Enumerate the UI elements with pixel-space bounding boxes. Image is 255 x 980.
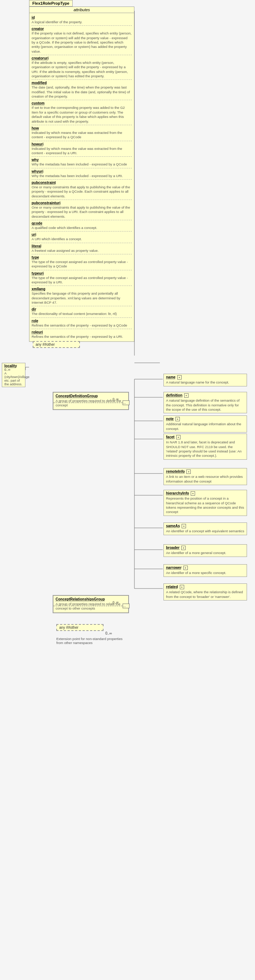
attr-separator <box>32 100 132 100</box>
attr-item-uri: uri A URI which identifies a concept. <box>32 232 132 241</box>
attr-item-how: how Indicated by which means the value w… <box>32 126 132 140</box>
attr-item-pubconstrainturi: pubconstrainturi One or many constraints… <box>32 201 132 219</box>
attr-item-id: id A logical identifier of the property. <box>32 16 132 24</box>
right-box-icon-sameAs: + <box>182 524 186 528</box>
right-box-title-broader: broader <box>166 546 179 550</box>
attr-name-literal: literal <box>32 244 41 248</box>
attr-separator <box>32 220 132 220</box>
attr-name-creatoruri: creatoruri <box>32 56 49 60</box>
concept-rel-group-desc: A group of properties required to relate… <box>56 602 126 611</box>
attr-name-pubconstrainturi: pubconstrainturi <box>32 201 60 205</box>
attr-desc-type: The type of the concept assigned as cont… <box>32 260 132 269</box>
attr-desc-uri: A URI which identifies a concept. <box>32 237 132 241</box>
right-box-sameAs: sameAs + An identifier of a concept with… <box>163 522 247 535</box>
attr-name-creator: creator <box>32 27 44 31</box>
right-box-remoteInfo: remoteInfo + A link to an item or a web … <box>163 468 247 485</box>
attr-desc-whyuri: Why the metadata has been included - exp… <box>32 174 132 178</box>
attr-item-qcode: qcode A qualified code which identifies … <box>32 221 132 230</box>
attr-item-creatoruri: creatoruri If the attribute is empty, sp… <box>32 56 132 78</box>
right-box-icon-remoteInfo: + <box>186 469 191 474</box>
attr-separator <box>32 329 132 329</box>
right-box-desc-hierarchyInfo: Represents the position of a concept in … <box>166 496 244 514</box>
diagram-container: Flex1RolePropType attributes id A logica… <box>0 0 255 980</box>
attr-desc-literal: A freetext value assigned as property va… <box>32 248 132 253</box>
right-box-icon-related: + <box>180 585 184 589</box>
locality-box: locality 0..∞ A (city/town)/village etc.… <box>2 363 26 387</box>
attr-separator <box>32 179 132 180</box>
right-box-title-name: name <box>166 375 175 379</box>
any-other-bottom-label: any ##other <box>59 625 78 630</box>
attr-desc-id: A logical identifier of the property. <box>32 20 132 24</box>
right-box-facet: facet + In NAR 1.8 and later, facet is d… <box>163 434 247 460</box>
right-box-broader: broader + An identifier of a more genera… <box>163 544 247 557</box>
right-box-icon-hierarchyInfo: + <box>191 491 195 496</box>
attr-item-type: type The type of the concept assigned as… <box>32 255 132 269</box>
right-box-related: related + A related QCode, where the rel… <box>163 584 247 600</box>
attr-name-uri: uri <box>32 232 36 237</box>
attr-separator <box>32 286 132 286</box>
right-box-desc-broader: An identifier of a more general concept. <box>166 551 244 555</box>
attr-item-dir: dir The directionality of textual conten… <box>32 307 132 316</box>
attr-separator <box>32 254 132 255</box>
right-box-title-narrower: narrower <box>166 566 182 570</box>
concept-rel-group-title: ConceptRelationshipsGroup <box>56 597 126 601</box>
attr-name-howuri: howuri <box>32 142 44 146</box>
attr-item-custom: custom If set to true the corresponding … <box>32 101 132 123</box>
attr-desc-qcode: A qualified code which identifies a conc… <box>32 226 132 230</box>
attr-item-why: why Why the metadata has been included -… <box>32 158 132 167</box>
right-box-desc-definition: A natural language definition of the sem… <box>166 398 244 412</box>
any-other-label: any ##other <box>36 342 55 347</box>
concept-def-group-box: ConceptDefinitionGroup A group of proper… <box>53 392 129 410</box>
attributes-header-text: attributes <box>73 8 90 12</box>
attr-name-xmllang: xmllang <box>32 287 45 291</box>
attr-separator <box>32 25 132 26</box>
attr-name-roleuri: roleuri <box>32 330 43 334</box>
attr-separator <box>32 200 132 200</box>
right-box-title-facet: facet <box>166 435 174 439</box>
any-other-bottom-mult: 0..∞ <box>105 631 112 635</box>
attr-separator <box>32 141 132 141</box>
attr-item-creator: creator If the property value is not def… <box>32 27 132 54</box>
right-box-desc-related: A related QCode, where the relationship … <box>166 590 244 599</box>
concept-rel-group-box: ConceptRelationshipsGroup A group of pro… <box>53 595 129 613</box>
title-bar: Flex1RolePropType <box>29 0 73 6</box>
attr-separator <box>32 125 132 125</box>
attr-name-why: why <box>32 158 38 162</box>
attr-desc-dir: The directionality of textual content (e… <box>32 312 132 316</box>
attr-item-whyuri: whyuri Why the metadata has been include… <box>32 169 132 178</box>
attr-separator <box>32 80 132 80</box>
attr-item-xmllang: xmllang Specifies the language of this p… <box>32 287 132 305</box>
attr-desc-pubconstrainturi: One or many constraints that apply to pu… <box>32 205 132 219</box>
attr-desc-howuri: Indicated by which means the value was e… <box>32 146 132 156</box>
right-box-icon-narrower: + <box>183 566 188 570</box>
attr-desc-why: Why the metadata has been included - exp… <box>32 162 132 167</box>
attr-desc-pubconstraint: One or many constraints that apply to pu… <box>32 185 132 199</box>
right-box-title-remoteInfo: remoteInfo <box>166 469 185 474</box>
right-box-desc-note: Additional natural language information … <box>166 422 244 431</box>
right-box-desc-facet: In NAR 1.8 and later, facet is deprecate… <box>166 440 244 458</box>
right-box-title-note: note <box>166 417 174 421</box>
right-box-title-sameAs: sameAs <box>166 524 180 528</box>
attr-desc-modified: The date (and, optionally, the time) whe… <box>32 85 132 99</box>
attr-name-id: id <box>32 16 35 20</box>
right-box-title-related: related <box>166 585 178 589</box>
right-box-icon-facet: + <box>176 435 180 439</box>
right-box-hierarchyInfo: hierarchyInfo + Represents the position … <box>163 490 247 516</box>
right-box-icon-note: + <box>175 417 180 421</box>
right-box-icon-definition: + <box>184 393 188 398</box>
right-box-narrower: narrower + An identifier of a more speci… <box>163 564 247 577</box>
right-box-title-definition: definition <box>166 393 182 397</box>
right-box-desc-sameAs: An identifier of a concept with equivale… <box>166 529 244 533</box>
attr-name-qcode: qcode <box>32 221 42 225</box>
attr-name-how: how <box>32 126 39 130</box>
right-box-icon-name: + <box>177 375 182 380</box>
attr-name-pubconstraint: pubconstraint <box>32 181 56 185</box>
any-other-bottom-desc: Extension point for non-standard propert… <box>56 637 129 645</box>
attr-item-roleuri: roleuri Refines the semantics of the pro… <box>32 330 132 339</box>
attributes-inner: id A logical identifier of the property.… <box>29 13 134 341</box>
locality-desc: A (city/town)/village etc. part of the a… <box>4 372 23 386</box>
attr-item-pubconstraint: pubconstraint One or many constraints th… <box>32 181 132 199</box>
attr-desc-how: Indicated by which means the value was e… <box>32 130 132 140</box>
attr-desc-creatoruri: If the attribute is empty, specifies whi… <box>32 60 132 78</box>
right-box-title-hierarchyInfo: hierarchyInfo <box>166 491 189 495</box>
